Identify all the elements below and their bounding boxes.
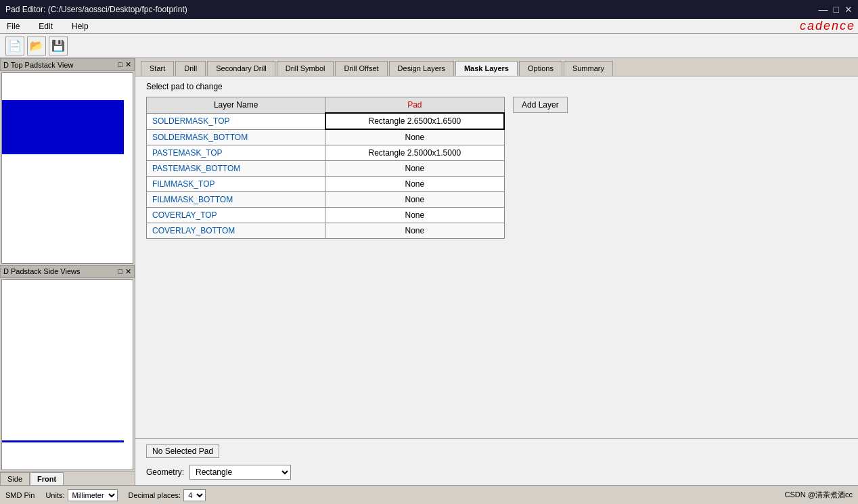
pad-cell[interactable]: Rectangle 2.5000x1.5000 (325, 145, 504, 161)
side-view-blue-line (2, 440, 124, 442)
table-row[interactable]: SOLDERMASK_TOPRectangle 2.6500x1.6500 (147, 113, 505, 129)
units-label: Units: (45, 491, 64, 499)
geometry-select[interactable]: None Circle Rectangle Oblong Shape (189, 465, 291, 480)
table-row[interactable]: PASTEMASK_TOPRectangle 2.5000x1.5000 (147, 145, 505, 161)
no-selected-pad: No Selected Pad (146, 444, 219, 458)
menu-file[interactable]: File (3, 20, 24, 32)
select-pad-label: Select pad to change (146, 82, 847, 91)
window-title: Pad Editor: (C:/Users/aossci/Desktop/fpc… (5, 5, 187, 14)
pad-cell[interactable]: None (325, 208, 504, 223)
tab-start[interactable]: Start (141, 61, 174, 76)
side-view-header: D Padstack Side Views □ ✕ (0, 265, 135, 278)
decimal-select[interactable]: 4 2 3 5 (183, 489, 206, 501)
tab-options[interactable]: Options (519, 61, 562, 76)
cadence-logo: cadence (800, 19, 855, 33)
decimal-label: Decimal places: (129, 491, 181, 499)
pad-cell[interactable]: None (325, 161, 504, 177)
top-view-pin-icon[interactable]: □ (118, 60, 122, 69)
layer-name-cell: COVERLAY_BOTTOM (147, 223, 325, 239)
menu-help[interactable]: Help (68, 20, 93, 32)
left-panel: D Top Padstack View □ ✕ D Padstack Side … (0, 58, 135, 485)
side-view-title: D Padstack Side Views (3, 267, 81, 275)
geometry-label: Geometry: (146, 467, 184, 477)
tabs-bar: Start Drill Secondary Drill Drill Symbol… (135, 58, 858, 76)
top-view-title: D Top Padstack View (3, 61, 74, 69)
maximize-button[interactable]: □ (834, 4, 839, 15)
add-layer-button[interactable]: Add Layer (513, 97, 568, 113)
menu-edit[interactable]: Edit (35, 20, 57, 32)
tab-mask-layers[interactable]: Mask Layers (455, 61, 518, 76)
tab-drill[interactable]: Drill (175, 61, 206, 76)
geometry-row: Geometry: None Circle Rectangle Oblong S… (146, 465, 847, 480)
units-item: Units: Millimeter Inch (45, 489, 117, 501)
pad-cell[interactable]: None (325, 192, 504, 208)
bottom-section: No Selected Pad Geometry: None Circle Re… (135, 438, 858, 485)
units-select[interactable]: Millimeter Inch (68, 489, 118, 501)
layer-name-cell: PASTEMASK_TOP (147, 145, 325, 161)
top-view-header: D Top Padstack View □ ✕ (0, 58, 135, 71)
toolbar: 📄 📂 💾 (0, 34, 858, 58)
side-view-pin-icon[interactable]: □ (118, 267, 122, 276)
main-layout: D Top Padstack View □ ✕ D Padstack Side … (0, 58, 858, 485)
table-row[interactable]: SOLDERMASK_BOTTOMNone (147, 129, 505, 145)
side-tab-side[interactable]: Side (0, 472, 30, 485)
table-row[interactable]: COVERLAY_BOTTOMNone (147, 223, 505, 239)
table-row[interactable]: FILMMASK_BOTTOMNone (147, 192, 505, 208)
pad-cell[interactable]: Rectangle 2.6500x1.6500 (325, 113, 504, 129)
table-row[interactable]: COVERLAY_TOPNone (147, 208, 505, 223)
table-container: Layer Name Pad SOLDERMASK_TOPRectangle 2… (146, 97, 847, 239)
open-button[interactable]: 📂 (27, 37, 46, 55)
menu-bar: File Edit Help cadence (0, 19, 858, 34)
content-area: Select pad to change Layer Name Pad SOLD… (135, 76, 858, 438)
minimize-button[interactable]: — (819, 4, 828, 15)
side-view-close-icon[interactable]: ✕ (125, 267, 131, 276)
side-view-area (1, 279, 133, 471)
content-panel: Start Drill Secondary Drill Drill Symbol… (135, 58, 858, 485)
layer-name-cell: SOLDERMASK_BOTTOM (147, 129, 325, 145)
tab-summary[interactable]: Summary (564, 61, 613, 76)
pad-cell[interactable]: None (325, 177, 504, 192)
mask-layers-table: Layer Name Pad SOLDERMASK_TOPRectangle 2… (146, 97, 505, 239)
title-bar: Pad Editor: (C:/Users/aossci/Desktop/fpc… (0, 0, 858, 19)
layer-name-cell: SOLDERMASK_TOP (147, 113, 325, 129)
layer-name-cell: FILMMASK_BOTTOM (147, 192, 325, 208)
layer-name-cell: COVERLAY_TOP (147, 208, 325, 223)
save-button[interactable]: 💾 (49, 37, 68, 55)
status-bar: SMD Pin Units: Millimeter Inch Decimal p… (0, 485, 858, 504)
col-layer-name: Layer Name (147, 97, 325, 114)
tab-drill-symbol[interactable]: Drill Symbol (277, 61, 334, 76)
table-body: SOLDERMASK_TOPRectangle 2.6500x1.6500SOL… (147, 113, 505, 239)
side-tab-front[interactable]: Front (30, 472, 64, 485)
tab-drill-offset[interactable]: Drill Offset (335, 61, 387, 76)
table-row[interactable]: PASTEMASK_BOTTOMNone (147, 161, 505, 177)
top-view-close-icon[interactable]: ✕ (125, 60, 131, 69)
layer-name-cell: PASTEMASK_BOTTOM (147, 161, 325, 177)
tab-design-layers[interactable]: Design Layers (389, 61, 454, 76)
credit-text: CSDN @清茶煮酒cc (785, 490, 853, 500)
pad-cell[interactable]: None (325, 223, 504, 239)
top-view-blue-rect (2, 100, 124, 154)
title-bar-controls: — □ ✕ (819, 4, 853, 15)
pin-type: SMD Pin (5, 491, 35, 499)
side-tabs: Side Front (0, 472, 135, 485)
close-button[interactable]: ✕ (844, 4, 853, 15)
table-row[interactable]: FILMMASK_TOPNone (147, 177, 505, 192)
new-button[interactable]: 📄 (5, 37, 24, 55)
top-view-area (1, 72, 133, 264)
decimal-item: Decimal places: 4 2 3 5 (129, 489, 206, 501)
layer-name-cell: FILMMASK_TOP (147, 177, 325, 192)
tab-secondary-drill[interactable]: Secondary Drill (207, 61, 275, 76)
col-pad: Pad (325, 97, 504, 114)
pad-cell[interactable]: None (325, 129, 504, 145)
